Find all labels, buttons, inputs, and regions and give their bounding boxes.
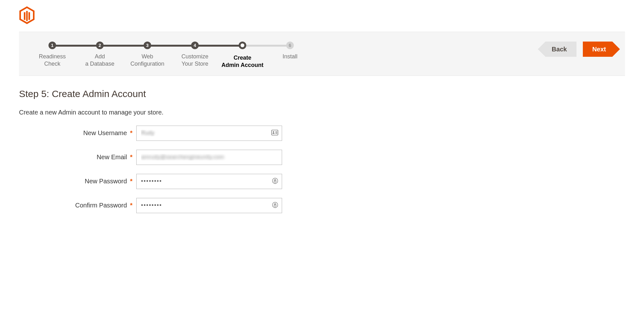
main-content: Step 5: Create Admin Account Create a ne… xyxy=(19,76,625,213)
step-label: WebConfiguration xyxy=(124,53,171,68)
confirm-password-input[interactable] xyxy=(136,198,282,213)
step-label: Install xyxy=(266,53,314,60)
svg-rect-6 xyxy=(274,180,276,182)
id-card-icon xyxy=(271,130,278,137)
page-subtitle: Create a new Admin account to manage you… xyxy=(19,109,625,116)
magento-logo xyxy=(19,6,625,25)
step-install[interactable]: 6 Install xyxy=(266,42,314,69)
wizard-nav-buttons: Back Next xyxy=(545,42,612,57)
step-label: ReadinessCheck xyxy=(29,53,76,68)
row-new-email: New Email * xyxy=(19,150,625,165)
label-new-username: New Username * xyxy=(19,129,136,137)
key-lock-icon xyxy=(272,178,278,185)
row-new-password: New Password * xyxy=(19,174,625,189)
required-asterisk: * xyxy=(130,154,132,160)
steps-container: 1 ReadinessCheck 2 Adda Database 3 WebCo… xyxy=(29,42,314,69)
magento-logo-icon xyxy=(19,6,35,24)
step-customize-store[interactable]: 4 CustomizeYour Store xyxy=(171,42,219,69)
step-add-database[interactable]: 2 Adda Database xyxy=(76,42,124,69)
svg-point-5 xyxy=(273,178,278,183)
step-web-configuration[interactable]: 3 WebConfiguration xyxy=(124,42,171,69)
svg-rect-9 xyxy=(274,205,276,206)
step-label: CreateAdmin Account xyxy=(219,54,266,69)
step-number: 2 xyxy=(96,42,104,49)
new-password-input[interactable] xyxy=(136,174,282,189)
step-number: 1 xyxy=(48,42,56,49)
step-label: CustomizeYour Store xyxy=(171,53,219,68)
label-confirm-password: Confirm Password * xyxy=(19,202,136,209)
svg-point-1 xyxy=(273,131,274,133)
next-button[interactable]: Next xyxy=(583,42,612,57)
back-button[interactable]: Back xyxy=(545,42,576,57)
wizard-progress-bar: 1 ReadinessCheck 2 Adda Database 3 WebCo… xyxy=(19,32,625,76)
page-title: Step 5: Create Admin Account xyxy=(19,88,625,99)
new-email-input[interactable] xyxy=(136,150,282,165)
step-label: Adda Database xyxy=(76,53,124,68)
step-current-marker xyxy=(239,42,246,49)
step-number: 4 xyxy=(191,42,199,49)
required-asterisk: * xyxy=(130,178,132,185)
new-username-input[interactable] xyxy=(136,126,282,141)
key-lock-icon xyxy=(272,202,278,209)
step-create-admin-account[interactable]: CreateAdmin Account xyxy=(219,42,266,69)
step-readiness-check[interactable]: 1 ReadinessCheck xyxy=(29,42,76,69)
label-new-password: New Password * xyxy=(19,178,136,185)
row-new-username: New Username * xyxy=(19,126,625,141)
required-asterisk: * xyxy=(130,129,132,136)
row-confirm-password: Confirm Password * xyxy=(19,198,625,213)
step-number: 6 xyxy=(286,42,294,49)
label-new-email: New Email * xyxy=(19,154,136,161)
step-number: 3 xyxy=(144,42,151,49)
svg-point-8 xyxy=(273,202,278,207)
required-asterisk: * xyxy=(130,202,132,209)
